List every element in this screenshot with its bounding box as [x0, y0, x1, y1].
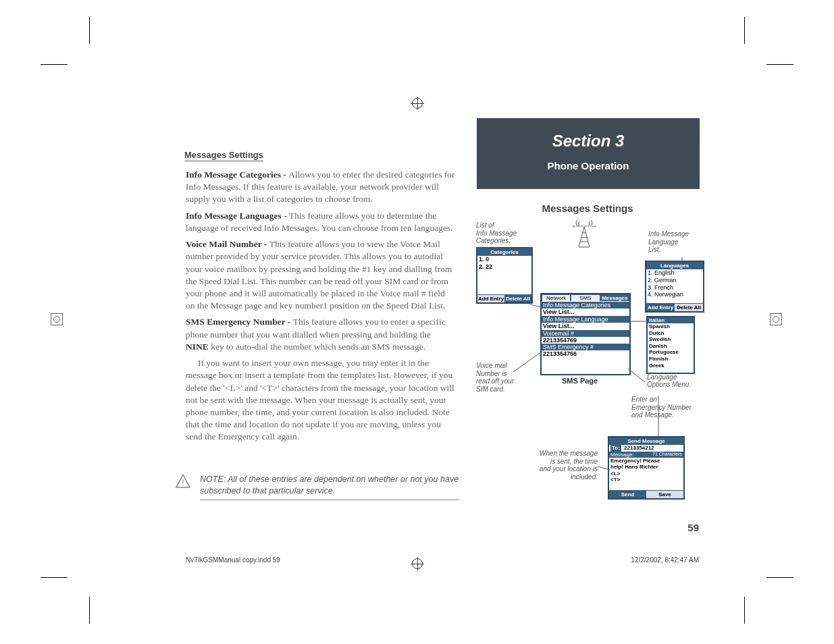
para-voicemail: Voice Mail Number - This feature allows …	[186, 238, 456, 312]
footer-stamp: 12/2/2002, 8:42:47 AM	[631, 556, 699, 564]
registration-mark-icon	[412, 558, 423, 569]
label-sent: When the message is sent, the time and y…	[530, 450, 598, 481]
list-item: 3. French	[646, 284, 703, 292]
screen-titlebar: Categories	[477, 248, 531, 256]
screen-titlebar: Send Message	[609, 437, 683, 445]
msg-body-line[interactable]: <L>	[609, 471, 683, 477]
menu-item[interactable]: Finnish	[648, 356, 694, 363]
term: SMS Emergency Number -	[186, 317, 293, 327]
msg-body-line[interactable]: Emergency! Please	[609, 458, 683, 464]
registration-mark-icon	[770, 313, 782, 325]
term-desc: This feature allows you to view the Voic…	[186, 239, 452, 311]
screen-sms-page: Network SMS Messages Info Message Catego…	[540, 293, 631, 375]
char-count: 71 Characters	[652, 452, 682, 458]
tab-sms[interactable]: SMS	[571, 294, 600, 301]
menu-item[interactable]: Italian	[648, 317, 694, 323]
page-content: Section 3 Phone Operation Messages Setti…	[88, 88, 746, 547]
note-text: NOTE: All of these entries are dependent…	[200, 474, 459, 500]
field-value[interactable]: View List...	[542, 323, 629, 330]
warning-icon: !	[176, 474, 190, 489]
screen-languages: Languages 1. English 2. German 3. French…	[645, 261, 704, 313]
svg-text:Dependent on Features: Dependent on Features	[572, 224, 596, 227]
label-emergency: Enter an Emergency Number and Message.	[631, 396, 692, 419]
list-item: 4. Norwegian	[646, 291, 703, 298]
term: Voice Mail Number -	[186, 239, 269, 249]
para-info-languages: Info Message Languages - This feature al…	[186, 210, 456, 234]
send-button[interactable]: Send	[609, 490, 646, 498]
field-label: Info Message Categories	[542, 302, 629, 308]
crop-mark	[766, 577, 793, 578]
right-heading: Messages Settings	[476, 203, 699, 214]
label-voicemail: Voice mail Number is read off your SIM c…	[476, 362, 514, 393]
figures-area: List of Info Message Categories. Info Me…	[476, 220, 706, 544]
save-button[interactable]: Save	[646, 490, 683, 498]
screen-titlebar: Languages	[646, 262, 703, 269]
field-value[interactable]: View List...	[542, 308, 629, 316]
svg-line-5	[513, 350, 544, 372]
crop-mark	[41, 64, 68, 65]
footer-file: NvTlkGSMManual copy.indd 59	[186, 556, 280, 564]
msg-label: Message:	[610, 452, 634, 458]
svg-text:!: !	[182, 478, 184, 487]
to-label: To:	[610, 445, 621, 452]
section-title: Section 3	[477, 132, 700, 151]
term: Info Message Categories -	[186, 169, 288, 180]
crop-mark	[744, 597, 745, 624]
left-heading: Messages Settings	[184, 150, 263, 161]
term-desc: key to auto-dial the number which sends …	[209, 342, 425, 352]
list-item: 2. 22	[477, 263, 531, 271]
label-langlist: Info Message Language List.	[648, 230, 689, 254]
field-value[interactable]: 2213354756	[542, 350, 629, 358]
section-subtitle: Phone Operation	[477, 160, 700, 171]
field-label: Voicemail #	[542, 330, 629, 337]
menu-item[interactable]: Greek	[648, 363, 694, 369]
sms-page-caption: SMS Page	[562, 377, 598, 385]
menu-item[interactable]: Portuguese	[648, 349, 694, 356]
label-categories: List of Info Message Categories.	[476, 221, 517, 245]
section-header-box: Section 3 Phone Operation	[477, 118, 700, 189]
field-value[interactable]: 2213354769	[542, 337, 629, 344]
crop-mark	[41, 577, 68, 578]
field-label: Info Message Language	[542, 316, 629, 323]
list-item: 1. 0	[477, 256, 531, 263]
field-label: SMS Emergency #	[542, 344, 629, 350]
delete-all-button[interactable]: Delete All	[504, 294, 531, 302]
page-number: 59	[687, 522, 699, 533]
crop-mark	[89, 597, 90, 624]
para-message-notes: If you want to insert your own message, …	[186, 357, 456, 444]
tab-network[interactable]: Network	[542, 294, 571, 301]
screen-categories: Categories 1. 0 2. 22 Add Entry Delete A…	[476, 247, 533, 304]
add-entry-button[interactable]: Add Entry	[477, 294, 504, 302]
screen-send-message: Send Message To: 2213354212 Message: 71 …	[608, 436, 685, 500]
msg-body-line[interactable]: <T>	[609, 477, 683, 483]
para-sms-emergency: SMS Emergency Number - This feature allo…	[186, 316, 456, 353]
list-item: 1. English	[646, 269, 703, 277]
note-block: ! NOTE: All of these entries are depende…	[176, 474, 459, 500]
term-inline: NINE	[186, 342, 209, 352]
msg-body-line[interactable]: help! Hans Richter	[609, 464, 683, 471]
to-value[interactable]: 2213354212	[623, 445, 656, 451]
menu-item[interactable]: Spanish	[648, 323, 694, 330]
menu-item[interactable]: Danish	[648, 343, 694, 350]
crop-mark	[89, 17, 90, 44]
tab-messages[interactable]: Messages	[600, 294, 629, 301]
menu-item[interactable]: Swedish	[648, 336, 694, 343]
list-item: 2. German	[646, 277, 703, 284]
term: Info Message Languages -	[186, 211, 289, 221]
crop-mark	[744, 17, 745, 44]
crop-mark	[766, 64, 793, 65]
para-info-categories: Info Message Categories - Allows you to …	[186, 169, 456, 206]
add-entry-button[interactable]: Add Entry	[646, 303, 675, 311]
body-column: Info Message Categories - Allows you to …	[186, 169, 456, 448]
screen-lang-menu: Italian Spanish Dutch Swedish Danish Por…	[646, 316, 695, 374]
menu-item[interactable]: Dutch	[648, 330, 694, 337]
delete-all-button[interactable]: Delete All	[675, 303, 703, 311]
registration-mark-icon	[51, 313, 63, 325]
tower-icon: Dependent on Features	[571, 220, 598, 252]
tab-bar: Network SMS Messages	[542, 294, 629, 301]
